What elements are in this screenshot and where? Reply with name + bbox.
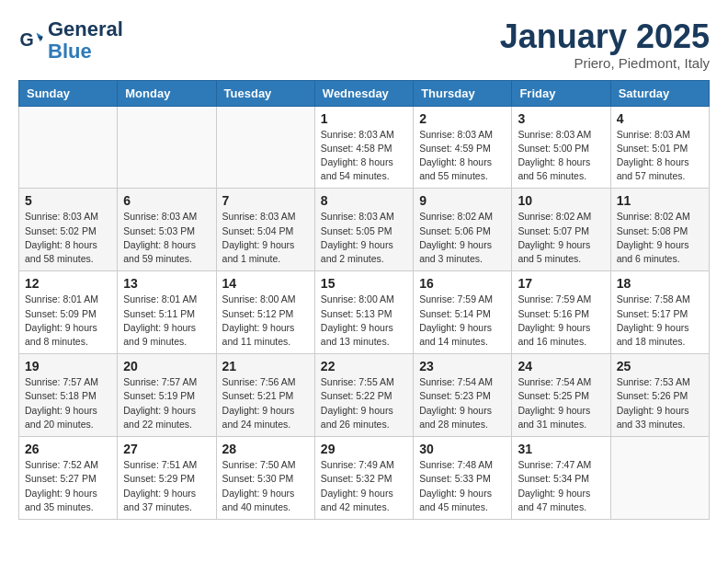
day-info: Sunrise: 7:59 AM Sunset: 5:14 PM Dayligh… <box>419 293 506 349</box>
day-info: Sunrise: 8:03 AM Sunset: 5:02 PM Dayligh… <box>25 210 111 266</box>
day-number: 18 <box>617 276 703 291</box>
day-info: Sunrise: 7:50 AM Sunset: 5:30 PM Dayligh… <box>222 458 309 514</box>
calendar-cell: 20Sunrise: 7:57 AM Sunset: 5:19 PM Dayli… <box>118 354 216 437</box>
calendar-cell: 16Sunrise: 7:59 AM Sunset: 5:14 PM Dayli… <box>414 271 512 354</box>
day-number: 15 <box>321 276 407 291</box>
day-number: 4 <box>617 111 703 126</box>
calendar-cell: 14Sunrise: 8:00 AM Sunset: 5:12 PM Dayli… <box>216 271 314 354</box>
day-number: 2 <box>419 111 506 126</box>
day-number: 14 <box>222 276 309 291</box>
day-info: Sunrise: 7:52 AM Sunset: 5:27 PM Dayligh… <box>25 458 111 514</box>
calendar-cell: 13Sunrise: 8:01 AM Sunset: 5:11 PM Dayli… <box>118 271 216 354</box>
day-number: 6 <box>123 193 210 208</box>
calendar-week-row: 12Sunrise: 8:01 AM Sunset: 5:09 PM Dayli… <box>19 271 710 354</box>
day-info: Sunrise: 8:03 AM Sunset: 5:01 PM Dayligh… <box>617 128 703 184</box>
day-number: 12 <box>25 276 111 291</box>
calendar-week-row: 26Sunrise: 7:52 AM Sunset: 5:27 PM Dayli… <box>19 437 710 520</box>
col-header-sunday: Sunday <box>19 80 118 106</box>
day-number: 26 <box>25 442 111 456</box>
calendar-cell <box>610 437 709 520</box>
day-info: Sunrise: 7:58 AM Sunset: 5:17 PM Dayligh… <box>617 293 703 349</box>
day-number: 29 <box>321 442 407 456</box>
calendar-cell: 30Sunrise: 7:48 AM Sunset: 5:33 PM Dayli… <box>414 437 512 520</box>
day-info: Sunrise: 8:01 AM Sunset: 5:11 PM Dayligh… <box>123 293 210 349</box>
col-header-friday: Friday <box>512 80 610 106</box>
calendar-cell: 25Sunrise: 7:53 AM Sunset: 5:26 PM Dayli… <box>610 354 709 437</box>
day-info: Sunrise: 8:03 AM Sunset: 4:59 PM Dayligh… <box>419 128 506 184</box>
day-info: Sunrise: 7:54 AM Sunset: 5:23 PM Dayligh… <box>419 375 506 431</box>
day-number: 7 <box>222 193 309 208</box>
day-info: Sunrise: 8:03 AM Sunset: 4:58 PM Dayligh… <box>321 128 407 184</box>
day-info: Sunrise: 7:48 AM Sunset: 5:33 PM Dayligh… <box>419 458 506 514</box>
day-info: Sunrise: 8:03 AM Sunset: 5:00 PM Dayligh… <box>518 128 604 184</box>
day-info: Sunrise: 7:57 AM Sunset: 5:18 PM Dayligh… <box>25 375 111 431</box>
calendar-cell: 24Sunrise: 7:54 AM Sunset: 5:25 PM Dayli… <box>512 354 610 437</box>
calendar-cell: 5Sunrise: 8:03 AM Sunset: 5:02 PM Daylig… <box>19 189 118 271</box>
day-info: Sunrise: 8:03 AM Sunset: 5:03 PM Dayligh… <box>123 210 210 266</box>
page-header: G GeneralBlue January 2025 Priero, Piedm… <box>18 18 710 71</box>
col-header-saturday: Saturday <box>610 80 709 106</box>
day-number: 27 <box>123 442 210 456</box>
day-number: 19 <box>25 359 111 373</box>
title-area: January 2025 Priero, Piedmont, Italy <box>500 18 710 71</box>
day-number: 21 <box>222 359 309 373</box>
day-info: Sunrise: 7:57 AM Sunset: 5:19 PM Dayligh… <box>123 375 210 431</box>
day-info: Sunrise: 7:56 AM Sunset: 5:21 PM Dayligh… <box>222 375 309 431</box>
logo-icon: G <box>18 28 44 53</box>
day-number: 25 <box>617 359 703 373</box>
day-info: Sunrise: 7:55 AM Sunset: 5:22 PM Dayligh… <box>321 375 407 431</box>
day-number: 10 <box>518 193 604 208</box>
calendar-cell: 12Sunrise: 8:01 AM Sunset: 5:09 PM Dayli… <box>19 271 118 354</box>
location-subtitle: Priero, Piedmont, Italy <box>500 55 710 71</box>
day-number: 16 <box>419 276 506 291</box>
day-info: Sunrise: 7:49 AM Sunset: 5:32 PM Dayligh… <box>321 458 407 514</box>
calendar-cell: 10Sunrise: 8:02 AM Sunset: 5:07 PM Dayli… <box>512 189 610 271</box>
day-number: 5 <box>25 193 111 208</box>
col-header-wednesday: Wednesday <box>314 80 413 106</box>
day-info: Sunrise: 8:02 AM Sunset: 5:07 PM Dayligh… <box>518 210 604 266</box>
calendar-cell: 6Sunrise: 8:03 AM Sunset: 5:03 PM Daylig… <box>118 189 216 271</box>
calendar-cell: 8Sunrise: 8:03 AM Sunset: 5:05 PM Daylig… <box>314 189 413 271</box>
day-info: Sunrise: 7:53 AM Sunset: 5:26 PM Dayligh… <box>617 375 703 431</box>
day-info: Sunrise: 7:59 AM Sunset: 5:16 PM Dayligh… <box>518 293 604 349</box>
day-number: 31 <box>518 442 604 456</box>
day-number: 1 <box>321 111 407 126</box>
day-number: 23 <box>419 359 506 373</box>
day-info: Sunrise: 8:02 AM Sunset: 5:08 PM Dayligh… <box>617 210 703 266</box>
svg-text:G: G <box>19 29 33 50</box>
day-number: 8 <box>321 193 407 208</box>
day-info: Sunrise: 8:00 AM Sunset: 5:12 PM Dayligh… <box>222 293 309 349</box>
calendar-cell: 3Sunrise: 8:03 AM Sunset: 5:00 PM Daylig… <box>512 106 610 189</box>
calendar-cell: 22Sunrise: 7:55 AM Sunset: 5:22 PM Dayli… <box>314 354 413 437</box>
calendar-cell: 31Sunrise: 7:47 AM Sunset: 5:34 PM Dayli… <box>512 437 610 520</box>
month-title: January 2025 <box>500 18 710 55</box>
day-info: Sunrise: 8:03 AM Sunset: 5:04 PM Dayligh… <box>222 210 309 266</box>
day-number: 22 <box>321 359 407 373</box>
logo-text: GeneralBlue <box>48 18 123 63</box>
calendar-cell: 19Sunrise: 7:57 AM Sunset: 5:18 PM Dayli… <box>19 354 118 437</box>
day-number: 17 <box>518 276 604 291</box>
col-header-thursday: Thursday <box>414 80 512 106</box>
day-info: Sunrise: 7:51 AM Sunset: 5:29 PM Dayligh… <box>123 458 210 514</box>
calendar-cell: 15Sunrise: 8:00 AM Sunset: 5:13 PM Dayli… <box>314 271 413 354</box>
calendar-table: SundayMondayTuesdayWednesdayThursdayFrid… <box>18 80 710 520</box>
day-number: 13 <box>123 276 210 291</box>
logo: G GeneralBlue <box>18 18 123 63</box>
day-info: Sunrise: 8:02 AM Sunset: 5:06 PM Dayligh… <box>419 210 506 266</box>
day-info: Sunrise: 8:00 AM Sunset: 5:13 PM Dayligh… <box>321 293 407 349</box>
calendar-week-row: 1Sunrise: 8:03 AM Sunset: 4:58 PM Daylig… <box>19 106 710 189</box>
calendar-cell: 17Sunrise: 7:59 AM Sunset: 5:16 PM Dayli… <box>512 271 610 354</box>
calendar-cell: 26Sunrise: 7:52 AM Sunset: 5:27 PM Dayli… <box>19 437 118 520</box>
calendar-cell <box>216 106 314 189</box>
day-number: 24 <box>518 359 604 373</box>
day-number: 9 <box>419 193 506 208</box>
calendar-cell <box>118 106 216 189</box>
day-info: Sunrise: 7:54 AM Sunset: 5:25 PM Dayligh… <box>518 375 604 431</box>
day-number: 30 <box>419 442 506 456</box>
col-header-tuesday: Tuesday <box>216 80 314 106</box>
calendar-cell: 27Sunrise: 7:51 AM Sunset: 5:29 PM Dayli… <box>118 437 216 520</box>
calendar-cell <box>19 106 118 189</box>
calendar-cell: 28Sunrise: 7:50 AM Sunset: 5:30 PM Dayli… <box>216 437 314 520</box>
day-info: Sunrise: 8:01 AM Sunset: 5:09 PM Dayligh… <box>25 293 111 349</box>
calendar-week-row: 19Sunrise: 7:57 AM Sunset: 5:18 PM Dayli… <box>19 354 710 437</box>
